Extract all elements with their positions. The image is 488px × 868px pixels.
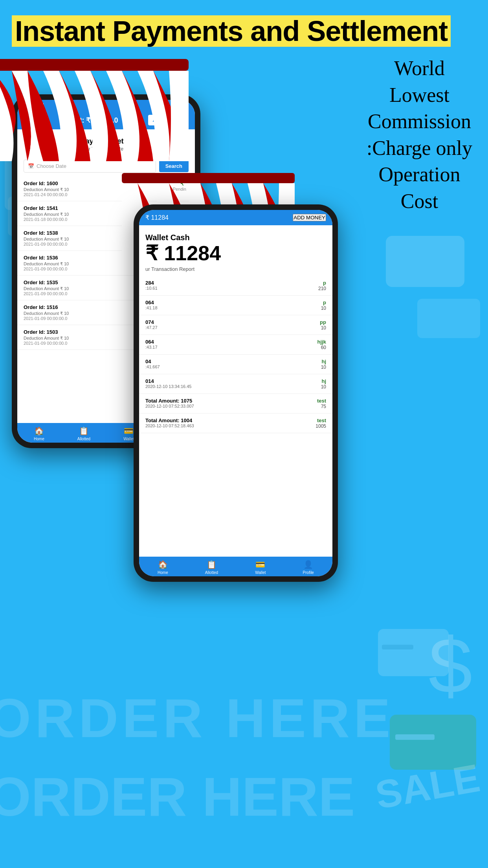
nav-label: Allotted — [77, 437, 90, 441]
cursive-text-block: World Lowest Commission :Charge only Ope… — [367, 55, 472, 215]
t-info: :43.17 — [145, 345, 158, 349]
svg-rect-8 — [122, 173, 295, 183]
t-id: Total Amount: 1004 — [145, 417, 194, 423]
calendar-icon: 📅 — [28, 163, 34, 169]
t-info: 2020-12-10 13:34:16.45 — [145, 384, 191, 389]
cursive-line6: Cost — [367, 188, 472, 215]
order-id: Order Id: 1538 — [24, 230, 69, 236]
nav-item-right-home[interactable]: 🏠Home — [158, 560, 168, 575]
order-id: Order Id: 1503 — [24, 329, 69, 335]
nav-label: Home — [34, 437, 44, 441]
cursive-line1: World — [367, 55, 472, 82]
cursive-line5: Operation — [367, 161, 472, 188]
sale-watermark: SALE — [372, 755, 483, 818]
t-name: hj — [321, 359, 326, 364]
transaction-list-right: 284 :10.61 p 210 064 :41.18 p 10 074 :47… — [139, 276, 332, 557]
t-id: 074 — [145, 319, 158, 325]
cursive-line2: Lowest — [367, 82, 472, 108]
profile-icon-right: 👤 — [303, 560, 313, 569]
nav-item-allotted[interactable]: 📋Allotted — [77, 426, 90, 441]
deduction-amount: Deduction Amount ₹ 10 — [24, 261, 69, 267]
app-header-right: ₹ 11284 ADD MONEY — [139, 210, 332, 225]
t-amount: 10 — [321, 364, 326, 370]
order-here-watermark2: ORDER HERE — [0, 765, 355, 829]
phone-right-screen: ₹ 11284 ADD MONEY Wallet Cash ₹ 11284 ur… — [139, 210, 332, 576]
transaction-item-right: 04 :41.667 hj 10 — [139, 355, 332, 374]
nav-item-right-allotted[interactable]: 📋Allotted — [205, 560, 218, 575]
t-info: :47.27 — [145, 325, 158, 330]
allotted-icon: 📋 — [79, 426, 89, 436]
t-name: test — [316, 417, 326, 423]
bottom-nav-right: 🏠Home📋Allotted💳Wallet👤Profile — [139, 557, 332, 576]
deduction-amount: Deduction Amount ₹ 10 — [24, 336, 69, 341]
t-name: test — [317, 398, 326, 404]
transaction-item-right: 074 :47.27 pp 10 — [139, 315, 332, 335]
wallet-cash-label: Wallet Cash — [145, 233, 326, 242]
wallet-icon: 💳 — [124, 426, 134, 436]
nav-item-right-wallet[interactable]: 💳Wallet — [255, 560, 266, 575]
nav-item-home[interactable]: 🏠Home — [34, 426, 44, 441]
t-amount: 60 — [317, 345, 326, 350]
nav-item-right-profile[interactable]: 👤Profile — [303, 560, 314, 575]
nav-label-right: Profile — [303, 570, 314, 575]
transaction-item-right: 014 2020-12-10 13:34:16.45 hj 10 — [139, 374, 332, 394]
svg-rect-7 — [0, 59, 189, 71]
order-here-watermark: ORDER HERE — [0, 686, 394, 750]
svg-rect-6 — [395, 734, 435, 740]
order-id: Order Id: 1600 — [24, 180, 69, 186]
home-icon: 🏠 — [34, 426, 44, 436]
header-highlight: Instant Payments and Settlement — [12, 15, 451, 47]
nav-label-right: Home — [158, 570, 168, 575]
deduction-amount: Deduction Amount ₹ 10 — [24, 237, 69, 242]
t-id: 014 — [145, 378, 191, 384]
t-info: :10.61 — [145, 286, 158, 291]
t-amount: 75 — [317, 404, 326, 409]
wallet-cash-sublabel: ur Transaction Report — [145, 266, 326, 272]
transaction-item-right: 284 :10.61 p 210 — [139, 276, 332, 296]
t-id: 284 — [145, 280, 158, 286]
t-amount: 210 — [318, 286, 326, 291]
t-name: pp — [320, 319, 326, 325]
t-name: p — [318, 280, 326, 286]
transaction-date: 2021-01-09 00:00:00.0 — [24, 316, 69, 321]
order-id: Order Id: 1541 — [24, 205, 69, 211]
t-info: 2020-12-10 07:52:18.463 — [145, 423, 194, 428]
nav-label-right: Wallet — [255, 570, 266, 575]
phone-right: ₹ 11284 ADD MONEY Wallet Cash ₹ 11284 ur… — [134, 204, 338, 582]
transaction-item-right: Total Amount: 1075 2020-12-10 07:52:33.0… — [139, 394, 332, 414]
deduction-amount: Deduction Amount ₹ 10 — [24, 286, 69, 291]
awning-left — [0, 59, 193, 163]
cursive-line3: Commission — [367, 108, 472, 135]
order-id: Order Id: 1516 — [24, 304, 69, 310]
wallet-cash-main: Wallet Cash ₹ 11284 ur Transaction Repor… — [139, 225, 332, 276]
wallet-balance-partial: ₹ 11284 — [145, 214, 169, 221]
deduction-amount: Deduction Amount ₹ 10 — [24, 311, 69, 316]
t-id: 064 — [145, 339, 158, 345]
t-amount: 10 — [321, 384, 326, 390]
transaction-date: 2021-01-09 00:00:00.0 — [24, 341, 69, 346]
wallet-icon-right: 💳 — [255, 560, 265, 569]
transaction-item-right: 064 :43.17 hjjk 60 — [139, 335, 332, 355]
cursive-line4: :Charge only — [367, 135, 472, 162]
deduction-amount: Deduction Amount ₹ 10 — [24, 187, 69, 192]
t-amount: 10 — [320, 325, 326, 331]
t-name: hjjk — [317, 339, 326, 345]
transaction-date: 2021-01-09 00:00:00.0 — [24, 291, 69, 296]
transaction-date: 2021-01-18 00:00:00.0 — [24, 217, 69, 222]
add-money-button-right[interactable]: ADD MONEY — [293, 214, 326, 221]
svg-rect-3 — [378, 629, 449, 676]
order-id: Order Id: 1536 — [24, 255, 69, 261]
svg-rect-4 — [382, 645, 413, 649]
t-amount: 1005 — [316, 423, 326, 429]
order-id: Order Id: 1535 — [24, 280, 69, 285]
home-icon-right: 🏠 — [158, 560, 168, 569]
nav-label-right: Allotted — [205, 570, 218, 575]
t-info: 2020-12-10 07:52:33.007 — [145, 404, 194, 408]
transaction-date: 2021-01-09 00:00:00.0 — [24, 267, 69, 271]
transaction-item-right: 064 :41.18 p 10 — [139, 296, 332, 315]
transaction-date: 2021-01-09 00:00:00.0 — [24, 242, 69, 246]
t-amount: 10 — [321, 305, 326, 311]
transaction-item-right: Total Amount: 1004 2020-12-10 07:52:18.4… — [139, 414, 332, 433]
nav-item-wallet[interactable]: 💳Wallet — [123, 426, 134, 441]
date-placeholder: Choose Date — [37, 163, 66, 169]
